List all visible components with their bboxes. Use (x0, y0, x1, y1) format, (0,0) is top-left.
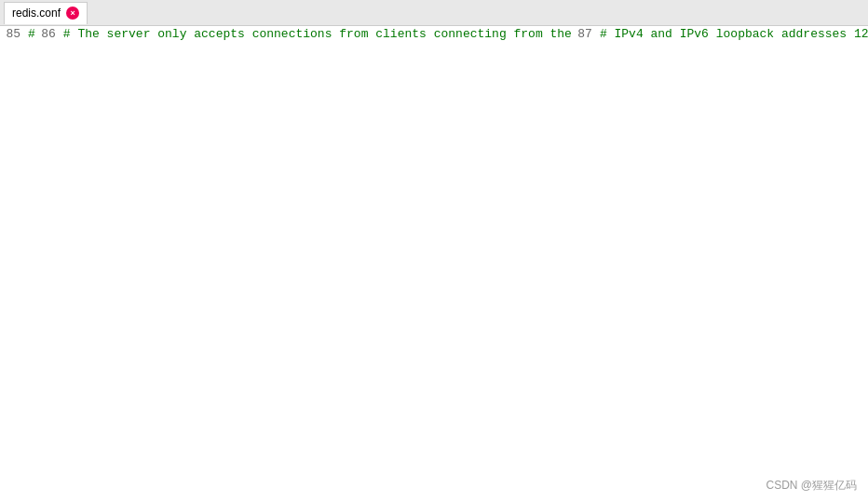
tab-redis-conf[interactable]: redis.conf × (4, 2, 88, 24)
code-line: 87 # IPv4 and IPv6 loopback addresses 12… (572, 26, 868, 43)
tab-filename: redis.conf (12, 7, 61, 20)
line-content: # IPv4 and IPv6 loopback addresses 127.0… (600, 26, 868, 43)
code-line: 85 # (0, 26, 35, 43)
tab-bar: redis.conf × (0, 0, 868, 26)
line-content: # (28, 26, 35, 43)
code-line: 86 # The server only accepts connections… (35, 26, 572, 43)
line-content: # The server only accepts connections fr… (63, 26, 572, 43)
line-number: 87 (572, 26, 600, 43)
tab-close-button[interactable]: × (66, 7, 79, 20)
editor-area: 85 # 86 # The server only accepts connec… (0, 26, 868, 501)
code-container: 85 # 86 # The server only accepts connec… (0, 26, 868, 501)
line-number: 86 (35, 26, 63, 43)
line-number: 85 (0, 26, 28, 43)
watermark: CSDN @猩猩亿码 (766, 478, 857, 494)
